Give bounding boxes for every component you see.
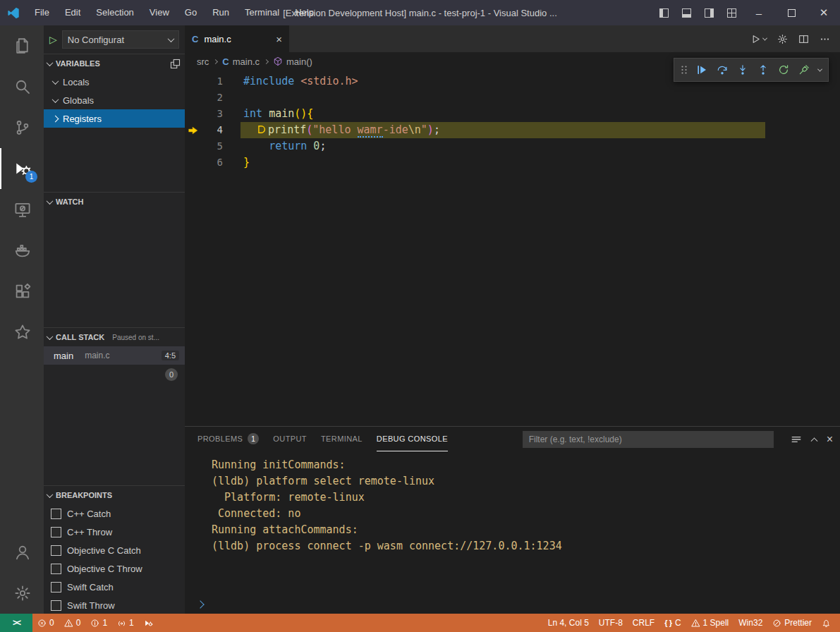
status-encoding[interactable]: UTF-8 — [594, 614, 628, 632]
code-line-4[interactable]: 4 printf("hello wamr-ide\n"); — [185, 122, 840, 138]
breakpoint-gutter[interactable] — [185, 106, 202, 122]
variables-item-locals[interactable]: Locals — [44, 73, 185, 91]
minimize-button[interactable]: – — [743, 0, 775, 25]
panel-tab-problems[interactable]: PROBLEMS1 — [197, 427, 259, 451]
status-warnings[interactable]: 0 — [59, 614, 86, 632]
watch-header[interactable]: WATCH — [44, 192, 185, 211]
call-stack-header[interactable]: CALL STACK Paused on st... — [44, 327, 185, 346]
call-stack-frame[interactable]: main main.c 4:5 — [44, 346, 185, 365]
menu-go[interactable]: Go — [177, 0, 205, 25]
menu-terminal[interactable]: Terminal — [237, 0, 287, 25]
menu-run[interactable]: Run — [205, 0, 237, 25]
debug-chevron-down-button[interactable] — [815, 61, 824, 79]
maximize-button[interactable] — [775, 0, 808, 25]
breakpoint-gutter[interactable] — [185, 73, 202, 90]
activity-search[interactable] — [0, 66, 44, 107]
menu-view[interactable]: View — [142, 0, 177, 25]
section-actions-icon[interactable] — [170, 59, 181, 69]
activity-accounts[interactable] — [0, 532, 44, 573]
debug-step-out-button[interactable] — [753, 61, 772, 79]
activity-run-and-debug[interactable]: 1 — [0, 148, 44, 189]
breadcrumb-folder[interactable]: src — [197, 56, 209, 67]
breakpoint-gutter[interactable] — [185, 90, 202, 106]
activity-favorites[interactable] — [0, 312, 44, 353]
variables-item-registers[interactable]: Registers — [44, 109, 185, 128]
status-errors[interactable]: 0 — [32, 614, 59, 632]
toggle-sidebar-icon[interactable] — [652, 0, 675, 25]
console-filter-input[interactable] — [523, 431, 774, 448]
menu-lines-icon[interactable] — [791, 434, 802, 445]
status-notifications[interactable] — [817, 614, 836, 632]
menu-edit[interactable]: Edit — [57, 0, 88, 25]
breakpoint-checkbox[interactable] — [51, 582, 61, 592]
status-remote-indicator[interactable]: >< — [0, 614, 32, 632]
breakpoint-gutter[interactable] — [185, 154, 202, 171]
breakpoint-row[interactable]: C++ Catch — [44, 504, 185, 523]
customize-layout-icon[interactable] — [720, 0, 743, 25]
activity-explorer[interactable] — [0, 25, 44, 66]
gear-icon[interactable] — [777, 34, 788, 44]
panel-maximize-icon[interactable] — [810, 437, 817, 444]
status-prettier[interactable]: Prettier — [767, 614, 817, 632]
panel-tab-terminal[interactable]: TERMINAL — [321, 427, 363, 451]
tab-main-c[interactable]: C main.c × — [185, 25, 289, 52]
split-editor-icon[interactable] — [798, 34, 809, 44]
close-button[interactable]: ✕ — [808, 0, 840, 25]
status-infos[interactable]: 1 — [85, 614, 112, 632]
variables-header[interactable]: VARIABLES — [44, 54, 185, 73]
breakpoint-row[interactable]: Objective C Catch — [44, 541, 185, 559]
breadcrumb-symbol[interactable]: main() — [273, 56, 312, 67]
toggle-panel-icon[interactable] — [675, 0, 698, 25]
status-language-mode[interactable]: { }C — [659, 614, 686, 632]
breakpoint-row[interactable]: Swift Throw — [44, 596, 185, 614]
debug-console-input[interactable] — [185, 595, 840, 614]
breakpoint-row[interactable]: Swift Catch — [44, 578, 185, 596]
breakpoint-checkbox[interactable] — [51, 600, 61, 611]
breakpoint-gutter[interactable] — [185, 138, 202, 154]
debug-gripper-button[interactable] — [678, 61, 690, 79]
code-line-3[interactable]: 3int main(){ — [185, 106, 840, 122]
menu-file[interactable]: File — [27, 0, 57, 25]
code-editor[interactable]: 1#include <stdio.h>23int main(){4 printf… — [185, 71, 840, 426]
panel-tab-label: DEBUG CONSOLE — [377, 435, 448, 443]
debug-step-into-button[interactable] — [733, 61, 752, 79]
code-line-6[interactable]: 6} — [185, 154, 840, 171]
menu-selection[interactable]: Selection — [88, 0, 141, 25]
debug-config-dropdown[interactable]: No Configurat — [62, 30, 179, 49]
breakpoint-row[interactable]: Objective C Throw — [44, 559, 185, 578]
panel-close-icon[interactable]: × — [827, 433, 833, 446]
code-line-2[interactable]: 2 — [185, 90, 840, 106]
breadcrumb-file[interactable]: Cmain.c — [222, 56, 260, 67]
breakpoints-header[interactable]: BREAKPOINTS — [44, 485, 185, 504]
more-actions-icon[interactable] — [820, 34, 830, 44]
activity-settings[interactable] — [0, 573, 44, 614]
activity-docker[interactable] — [0, 230, 44, 271]
breakpoint-checkbox[interactable] — [51, 509, 61, 519]
toggle-secondary-sidebar-icon[interactable] — [698, 0, 720, 25]
status-ports[interactable]: 1 — [112, 614, 139, 632]
breakpoint-checkbox[interactable] — [51, 527, 61, 537]
debug-continue-button[interactable] — [692, 61, 711, 79]
breakpoint-checkbox[interactable] — [51, 564, 61, 574]
status-debug-status[interactable] — [139, 614, 158, 632]
breakpoint-row[interactable]: C++ Throw — [44, 523, 185, 541]
status-spell-checker[interactable]: 1 Spell — [686, 614, 734, 632]
status-eol[interactable]: CRLF — [628, 614, 659, 632]
panel-tab-debug-console[interactable]: DEBUG CONSOLE — [377, 427, 448, 451]
activity-source-control[interactable] — [0, 107, 44, 148]
status-platform[interactable]: Win32 — [734, 614, 767, 632]
tab-close-icon[interactable]: × — [276, 33, 282, 45]
code-line-5[interactable]: 5 return 0; — [185, 138, 840, 154]
debug-restart-button[interactable] — [774, 61, 793, 79]
breakpoint-checkbox[interactable] — [51, 545, 61, 556]
status-cursor-position[interactable]: Ln 4, Col 5 — [543, 614, 594, 632]
debug-disconnect-button[interactable] — [794, 61, 813, 79]
debug-step-over-button[interactable] — [712, 61, 731, 79]
variables-item-globals[interactable]: Globals — [44, 91, 185, 109]
run-or-debug-button[interactable] — [750, 34, 767, 44]
start-debugging-icon[interactable]: ▷ — [49, 34, 57, 45]
activity-remote-explorer[interactable] — [0, 189, 44, 230]
debug-current-line-arrow-icon[interactable] — [185, 122, 202, 138]
panel-tab-output[interactable]: OUTPUT — [273, 427, 307, 451]
activity-extensions[interactable] — [0, 271, 44, 312]
